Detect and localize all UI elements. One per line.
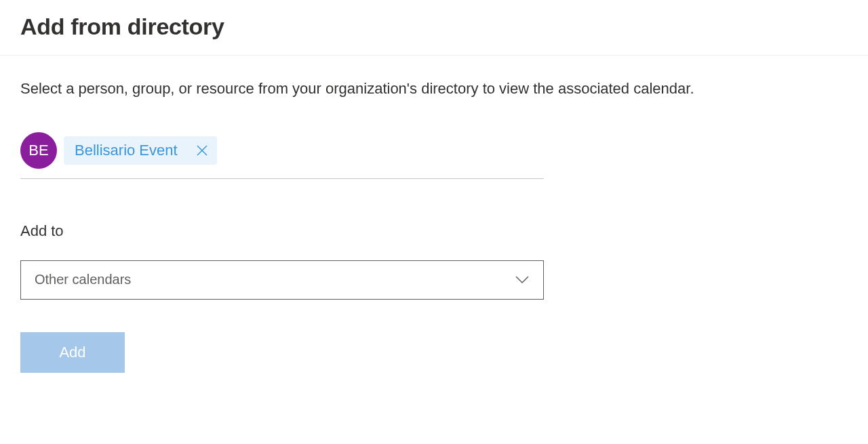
add-button[interactable]: Add	[20, 332, 125, 373]
instruction-text: Select a person, group, or resource from…	[20, 79, 848, 100]
page-title: Add from directory	[20, 14, 848, 40]
selected-person-chip: Bellisario Event	[64, 136, 217, 165]
avatar: BE	[20, 132, 57, 169]
chevron-down-icon	[515, 275, 530, 285]
page-header: Add from directory	[0, 0, 868, 56]
add-to-label: Add to	[20, 222, 848, 240]
chip-label: Bellisario Event	[75, 142, 178, 159]
close-icon	[197, 145, 208, 156]
avatar-initials: BE	[28, 142, 48, 159]
page-body: Select a person, group, or resource from…	[0, 56, 868, 396]
remove-selection-button[interactable]	[197, 145, 208, 156]
directory-picker[interactable]: BE Bellisario Event	[20, 132, 544, 179]
add-to-selected-value: Other calendars	[35, 272, 131, 287]
add-to-select[interactable]: Other calendars	[20, 260, 544, 300]
